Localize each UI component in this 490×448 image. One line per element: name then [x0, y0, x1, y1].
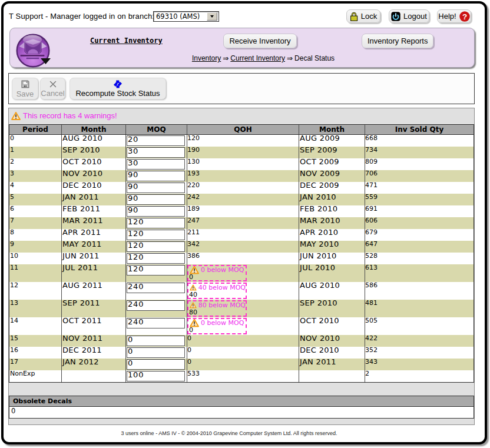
- cell-period: 3: [9, 170, 62, 182]
- cell-qoh: 533: [187, 370, 299, 382]
- cell-sold-month: FEB 2010: [299, 205, 365, 217]
- cell-sold-month: DEC 2010: [299, 347, 365, 359]
- qoh-warning-text: 0 below MOQ: [201, 266, 244, 274]
- cancel-button[interactable]: Cancel: [40, 78, 65, 99]
- moq-input[interactable]: [127, 147, 185, 158]
- cell-moq: [126, 335, 187, 347]
- qoh-value: 40: [188, 291, 246, 298]
- moq-input[interactable]: [127, 265, 185, 276]
- cancel-x-icon: [49, 80, 57, 88]
- moq-input[interactable]: [127, 347, 185, 358]
- cell-moq: [126, 300, 187, 317]
- table-row-period-NonExp: NonExp5332: [9, 370, 474, 382]
- help-button-label: Help!: [438, 12, 456, 21]
- table-row-period-7: 7MAR 2011247MAR 2010606: [9, 217, 474, 229]
- moq-input[interactable]: [127, 206, 185, 217]
- moq-input[interactable]: [127, 218, 185, 228]
- cell-month: FEB 2011: [62, 205, 126, 217]
- cell-inv-sold-qty: 343: [365, 359, 474, 370]
- moq-input[interactable]: [127, 171, 185, 181]
- cell-inv-sold-qty: 481: [365, 300, 474, 317]
- cell-qoh: 242: [187, 194, 299, 205]
- logout-button[interactable]: Logout: [389, 9, 429, 23]
- cell-period: 12: [9, 282, 62, 300]
- footer-text: 3 users online - AMS IV - © 2004-2010 Gr…: [4, 430, 455, 436]
- cell-month: DEC 2010: [62, 182, 126, 194]
- cell-period: 6: [9, 205, 62, 217]
- cell-period: NonExp: [9, 370, 62, 382]
- qoh-warning-box: 40 below MOQ40: [187, 283, 247, 299]
- cell-moq: [126, 282, 187, 300]
- help-button[interactable]: Help! ?: [437, 9, 471, 23]
- cell-qoh: 211: [187, 229, 299, 241]
- breadcrumb-current-inventory-link[interactable]: Current Inventory: [230, 54, 285, 62]
- table-row-period-8: 8APR 2011211APR 2010679: [9, 229, 474, 241]
- cell-inv-sold-qty: 471: [365, 182, 474, 194]
- recompute-stock-status-button[interactable]: Recompute Stock Status: [69, 78, 166, 99]
- cell-moq: [126, 241, 187, 253]
- moq-input[interactable]: [127, 318, 185, 328]
- cell-moq: [126, 194, 187, 205]
- current-inventory-link[interactable]: Current Inventory: [90, 36, 163, 45]
- cell-inv-sold-qty: 734: [365, 147, 474, 158]
- lock-button[interactable]: Lock: [346, 9, 380, 23]
- cell-moq: [126, 147, 187, 158]
- moq-input[interactable]: [127, 283, 185, 293]
- moq-input[interactable]: [127, 359, 185, 370]
- cell-qoh: 130: [187, 158, 299, 170]
- table-body: 0AUG 2010120AUG 20096681SEP 2010190SEP 2…: [9, 135, 474, 382]
- cell-period: 15: [9, 335, 62, 347]
- moq-input[interactable]: [127, 159, 185, 170]
- cell-period: 9: [9, 241, 62, 253]
- cell-moq: [126, 217, 187, 229]
- branch-select[interactable]: 69310 (AMS): [153, 11, 219, 22]
- cell-sold-month: APR 2010: [299, 229, 365, 241]
- record-warning-text: This record has 4 warnings!: [23, 111, 117, 120]
- cell-qoh: 342: [187, 241, 299, 253]
- moq-input[interactable]: [127, 135, 185, 146]
- cell-moq: [126, 158, 187, 170]
- table-row-period-9: 9MAY 2011342MAY 2010647: [9, 241, 474, 253]
- branch-select-arrow-button[interactable]: [207, 12, 217, 21]
- cell-sold-month: JUL 2010: [299, 264, 365, 282]
- inventory-reports-button[interactable]: Inventory Reports: [362, 34, 434, 48]
- moq-input[interactable]: [127, 230, 185, 240]
- moq-input[interactable]: [127, 371, 185, 381]
- cell-qoh: 80 below MOQ80: [187, 300, 299, 317]
- cell-month: NOV 2011: [62, 335, 126, 347]
- app-window: T Support - Manager logged in on branch:…: [1, 1, 487, 444]
- cell-sold-month: SEP 2009: [299, 147, 365, 158]
- cell-qoh: 386: [187, 253, 299, 264]
- moq-input[interactable]: [127, 241, 185, 252]
- cell-sold-month: JAN 2010: [299, 194, 365, 205]
- breadcrumb: Inventory⇒Current Inventory⇒Decal Status: [54, 54, 473, 62]
- table-row-period-5: 5JAN 2011242JAN 2010559: [9, 194, 474, 205]
- save-button[interactable]: Save: [12, 78, 38, 99]
- receive-inventory-button[interactable]: Receive Inventory: [223, 34, 296, 48]
- cell-inv-sold-qty: 679: [365, 229, 474, 241]
- obsolete-decals-table: Obsolete Decals 0: [9, 396, 474, 419]
- cell-moq: [126, 347, 187, 359]
- cell-qoh: 0 below MOQ0: [187, 317, 299, 335]
- qoh-warning-box: 0 below MOQ0: [187, 265, 247, 281]
- moq-input[interactable]: [127, 194, 185, 205]
- breadcrumb-inventory-link[interactable]: Inventory: [192, 54, 221, 62]
- moq-input[interactable]: [127, 336, 185, 346]
- module-banner: Current Inventory Receive Inventory Inve…: [9, 28, 475, 68]
- cell-period: 13: [9, 300, 62, 317]
- cell-period: 16: [9, 347, 62, 359]
- cell-period: 2: [9, 158, 62, 170]
- cell-inv-sold-qty: 422: [365, 335, 474, 347]
- moq-input[interactable]: [127, 182, 185, 193]
- cell-sold-month: OCT 2010: [299, 317, 365, 335]
- moq-input[interactable]: [127, 300, 185, 311]
- table-row-period-3: 3NOV 2010193NOV 2009706: [9, 170, 474, 182]
- moq-input[interactable]: [127, 253, 185, 264]
- cell-inv-sold-qty: 586: [365, 282, 474, 300]
- save-icon: [21, 79, 30, 89]
- table-row-period-12: 12AUG 201140 below MOQ40AUG 2010586: [9, 282, 474, 300]
- cell-month: SEP 2010: [62, 147, 126, 158]
- cell-month: OCT 2010: [62, 158, 126, 170]
- cell-qoh: 0: [187, 335, 299, 347]
- table-row-period-17: 17JAN 20120JAN 2011343: [9, 359, 474, 370]
